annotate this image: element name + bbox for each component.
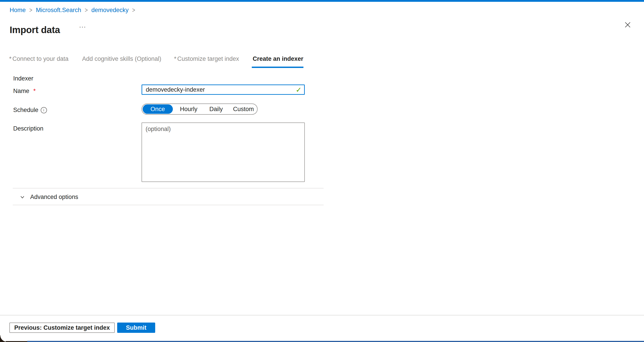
tab-add-cognitive-skills[interactable]: Add cognitive skills (Optional) (81, 56, 161, 66)
schedule-label-text: Schedule (13, 106, 38, 114)
breadcrumb-separator-icon: > (29, 6, 32, 14)
tab-customize-target-index[interactable]: *Customize target index (174, 56, 239, 66)
schedule-option-custom[interactable]: Custom (230, 106, 257, 113)
tab-label: Create an indexer (253, 56, 304, 62)
bottom-edge-blue-strip (27, 341, 644, 342)
indexer-section-title: Indexer (13, 75, 33, 82)
previous-step-button[interactable]: Previous: Customize target index (10, 322, 115, 333)
breadcrumb: Home > Microsoft.Search > demovedecky > (10, 7, 139, 14)
name-label-text: Name (13, 88, 29, 94)
schedule-option-daily[interactable]: Daily (202, 106, 230, 113)
bottom-edge-dark-strip (6, 341, 27, 342)
import-data-page: Home > Microsoft.Search > demovedecky > … (0, 0, 644, 342)
name-field-label: Name* (13, 88, 36, 94)
advanced-options-toggle[interactable]: Advanced options (18, 192, 79, 202)
schedule-option-once[interactable]: Once (143, 104, 173, 114)
top-accent-bar (0, 0, 644, 2)
breadcrumb-home-link[interactable]: Home (10, 7, 26, 14)
schedule-field-label: Schedule i (13, 106, 47, 114)
info-icon[interactable]: i (41, 107, 47, 113)
breadcrumb-separator-icon: > (85, 6, 88, 14)
tab-label: Customize target index (177, 56, 239, 62)
close-icon (624, 22, 631, 28)
advanced-options-label: Advanced options (30, 194, 78, 200)
wizard-tabs: *Connect to your data Add cognitive skil… (9, 56, 304, 68)
footer-divider (0, 315, 644, 316)
submit-button[interactable]: Submit (117, 322, 155, 333)
schedule-option-hourly[interactable]: Hourly (175, 106, 202, 113)
more-actions-button[interactable]: ... (77, 20, 88, 30)
tab-create-an-indexer[interactable]: Create an indexer (252, 56, 304, 68)
tab-required-marker: * (174, 56, 176, 62)
tab-label: Add cognitive skills (Optional) (82, 56, 161, 62)
required-asterisk: * (33, 88, 36, 94)
breadcrumb-separator-icon: > (132, 6, 135, 14)
description-field-label: Description (13, 125, 44, 132)
description-textarea[interactable] (142, 122, 305, 182)
tab-connect-to-your-data[interactable]: *Connect to your data (9, 56, 68, 66)
tab-required-marker: * (9, 56, 12, 62)
indexer-name-input[interactable] (142, 84, 305, 95)
breadcrumb-microsoft-search-link[interactable]: Microsoft.Search (36, 7, 81, 14)
divider (13, 188, 324, 188)
close-button[interactable] (624, 20, 632, 30)
chevron-down-icon (20, 194, 25, 200)
divider (13, 205, 324, 205)
name-input-wrap: ✓ (142, 84, 305, 95)
schedule-segmented-control: Once Hourly Daily Custom (142, 104, 258, 115)
tab-label: Connect to your data (12, 56, 69, 62)
breadcrumb-demovedecky-link[interactable]: demovedecky (91, 7, 128, 14)
description-label-text: Description (13, 125, 44, 132)
page-title: Import data (10, 24, 60, 35)
